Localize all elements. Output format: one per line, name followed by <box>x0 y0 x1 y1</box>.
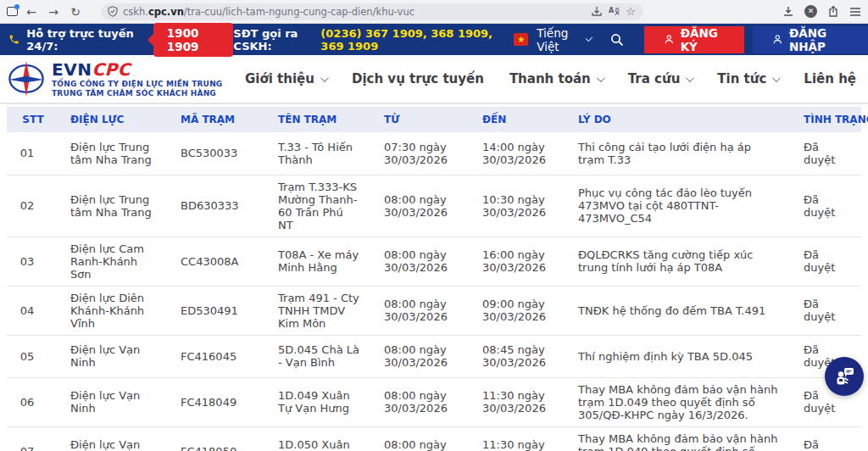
table-cell: FC416045 <box>170 335 267 377</box>
table-row: 07Điện lực Vạn NinhFC4180501D.050 Xuân T… <box>7 426 861 451</box>
table-cell: 08:00 ngày 30/03/2026 <box>373 286 471 335</box>
column-header-4: TỪ <box>373 107 471 132</box>
language-selector[interactable]: Tiếng Việt <box>537 26 590 53</box>
save-page-icon[interactable] <box>591 6 603 17</box>
main-nav: Giới thiệuDịch vụ trực tuyếnThanh toánTr… <box>245 71 860 86</box>
table-cell: Đã duyệt <box>793 286 861 335</box>
table-row: 05Điện lực Vạn NinhFC4160455D.045 Chà Là… <box>7 335 861 377</box>
table-cell: FC418049 <box>170 377 267 426</box>
table-cell: 08:00 ngày 30/03/2026 <box>373 426 471 451</box>
table-cell: ĐQLĐCRKS tăng cường tiếp xúc trung tính … <box>567 237 793 286</box>
table-cell: Điện lực Trung tâm Nha Trang <box>59 175 170 237</box>
nav-item-2[interactable]: Thanh toán <box>509 71 603 86</box>
org-name-line2: TRUNG TÂM CHĂM SÓC KHÁCH HÀNG <box>52 89 222 97</box>
login-button[interactable]: ĐĂNG NHẬP <box>753 26 868 53</box>
nav-item-0[interactable]: Giới thiệu <box>245 71 326 86</box>
forward-icon[interactable]: → <box>45 6 62 18</box>
table-header-row: STTĐIỆN LỰCMÃ TRẠMTÊN TRẠMTỪĐẾNLÝ DOTÌNH… <box>7 107 861 132</box>
hotline-badge[interactable]: 1900 1909 <box>153 23 233 57</box>
table-cell: 08:45 ngày 30/03/2026 <box>471 335 567 377</box>
url-text: cskh.cpc.vn/tra-cuu/lich-tam-ngung-cung-… <box>123 6 415 18</box>
share-icon[interactable] <box>827 6 839 17</box>
table-cell: Điện lực Vạn Ninh <box>59 377 170 426</box>
table-cell: BC530033 <box>170 132 267 175</box>
chat-support-button[interactable] <box>825 357 864 396</box>
chatbot-icon <box>833 365 855 387</box>
nav-item-3[interactable]: Tra cứu <box>628 71 693 86</box>
table-row: 06Điện lực Vạn NinhFC4180491D.049 Xuân T… <box>7 377 861 426</box>
reload-icon[interactable]: ↻ <box>67 6 84 18</box>
menu-icon[interactable] <box>849 7 861 17</box>
tab-icon[interactable] <box>7 7 18 16</box>
table-cell: Thi công cải tạo lưới điện hạ áp trạm T.… <box>567 132 793 175</box>
column-header-5: ĐẾN <box>471 107 567 132</box>
column-header-0: STT <box>7 107 59 132</box>
table-cell: 10:30 ngày 30/03/2026 <box>471 175 567 237</box>
table-cell: 11:30 ngày 30/03/2026 <box>471 426 567 451</box>
table-cell: 06 <box>7 377 59 426</box>
outage-schedule-table: STTĐIỆN LỰCMÃ TRẠMTÊN TRẠMTỪĐẾNLÝ DOTÌNH… <box>7 107 861 451</box>
search-icon <box>610 33 624 47</box>
evncpc-logo[interactable]: EVNCPC TỔNG CÔNG TY ĐIỆN LỰC MIỀN TRUNG … <box>7 59 222 98</box>
table-row: 03Điện lực Cam Ranh-Khánh SơnCC43008AT08… <box>7 237 861 286</box>
back-icon[interactable]: ← <box>23 6 40 18</box>
cskh-phone-numbers: (0236) 367 1909, 368 1909, 369 1909 <box>320 27 500 53</box>
support-label: Hỗ trợ trực tuyến 24/7: <box>26 27 138 53</box>
table-cell: BD630333 <box>170 175 267 237</box>
table-cell: 5D.045 Chà Là - Vạn Bình <box>267 335 373 377</box>
table-cell: 16:00 ngày 30/03/2026 <box>471 237 567 286</box>
table-cell: Điện lực Trung tâm Nha Trang <box>59 132 170 175</box>
chevron-down-icon <box>597 74 605 82</box>
table-cell: 07:30 ngày 30/03/2026 <box>373 132 471 175</box>
cskh-phone-label: SĐT gọi ra CSKH: <box>233 27 315 53</box>
site-header: EVNCPC TỔNG CÔNG TY ĐIỆN LỰC MIỀN TRUNG … <box>0 55 868 104</box>
table-cell: TNĐK hệ thống đo đếm TBA T.491 <box>567 286 793 335</box>
table-cell: T08A - Xe máy Minh Hằng <box>267 237 373 286</box>
register-button[interactable]: ĐĂNG KÝ <box>644 26 744 53</box>
table-cell: Đã duyệt <box>793 132 861 175</box>
table-cell: 05 <box>7 335 59 377</box>
nav-item-5[interactable]: Liên hệ <box>804 71 856 86</box>
shield-icon <box>108 6 118 17</box>
nav-item-label: Giới thiệu <box>245 71 314 86</box>
chevron-down-icon <box>772 74 781 82</box>
column-header-2: MÃ TRẠM <box>170 107 267 132</box>
table-cell: 08:00 ngày 30/03/2026 <box>373 377 471 426</box>
table-cell: 09:00 ngày 30/03/2026 <box>471 286 567 335</box>
browser-toolbar: ← → ↻ cskh.cpc.vn/tra-cuu/lich-tam-ngung… <box>0 0 868 24</box>
table-cell: Trạm T.333-KS Mường Thanh-60 Trần Phú NT <box>267 175 373 237</box>
chevron-down-icon <box>320 74 329 82</box>
search-button[interactable] <box>598 33 636 47</box>
nav-item-label: Dịch vụ trực tuyến <box>352 71 484 86</box>
table-cell: 03 <box>7 237 59 286</box>
chevron-down-icon <box>585 35 593 42</box>
table-cell: Phục vụ công tác đảo lèo tuyến 473MVO tạ… <box>567 175 793 237</box>
svg-text:A: A <box>609 7 615 14</box>
table-cell: 08:00 ngày 30/03/2026 <box>373 175 471 237</box>
table-row: 01Điện lực Trung tâm Nha TrangBC530033T.… <box>7 132 861 175</box>
table-cell: Điện lực Vạn Ninh <box>59 426 170 451</box>
table-row: 02Điện lực Trung tâm Nha TrangBD630333Tr… <box>7 175 861 237</box>
extension-icon[interactable]: ✕ <box>804 5 817 18</box>
table-cell: Đã duyệt <box>793 426 861 451</box>
table-cell: 07 <box>7 426 59 451</box>
chevron-down-icon <box>686 74 694 82</box>
table-cell: Điện lực Diên Khánh-Khánh Vĩnh <box>59 286 170 335</box>
table-cell: Thí nghiệm định kỳ TBA 5D.045 <box>567 335 793 377</box>
support-topbar: Hỗ trợ trực tuyến 24/7: 1900 1909 SĐT gọ… <box>0 24 868 55</box>
url-bar[interactable]: cskh.cpc.vn/tra-cuu/lich-tam-ngung-cung-… <box>101 3 643 20</box>
nav-item-label: Tra cứu <box>628 71 681 86</box>
logo-wordmark: EVNCPC <box>52 60 222 80</box>
org-name-line1: TỔNG CÔNG TY ĐIỆN LỰC MIỀN TRUNG <box>52 80 222 88</box>
vietnam-flag-icon: ★ <box>514 33 528 46</box>
nav-item-label: Liên hệ <box>804 71 856 86</box>
downloads-icon[interactable] <box>782 6 794 17</box>
table-cell: 11:30 ngày 30/03/2026 <box>471 377 567 426</box>
nav-item-1[interactable]: Dịch vụ trực tuyến <box>352 71 484 86</box>
translate-icon[interactable]: A <box>608 6 620 17</box>
nav-item-label: Tin tức <box>717 71 766 86</box>
table-cell: Thay MBA không đảm bảo vận hành trạm 1D.… <box>567 377 793 426</box>
nav-item-4[interactable]: Tin tức <box>717 71 778 86</box>
bookmark-star-icon[interactable]: ☆ <box>625 6 637 17</box>
column-header-6: LÝ DO <box>567 107 793 132</box>
